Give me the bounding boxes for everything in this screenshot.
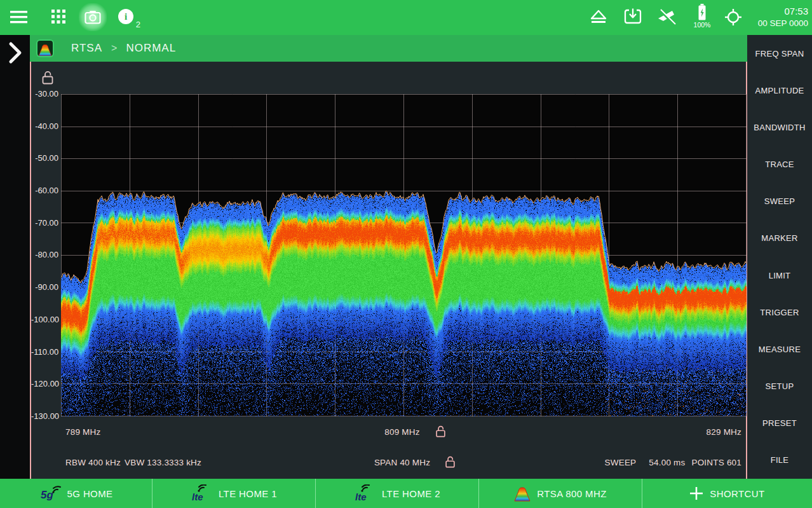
screenshot-button[interactable] <box>79 3 107 31</box>
y-axis-tick-label: -100.00 <box>31 315 58 325</box>
lte-logo-icon: lte <box>354 484 376 502</box>
gps-icon <box>724 8 742 26</box>
apps-grid-icon <box>51 9 66 24</box>
svg-text:5g: 5g <box>41 489 53 501</box>
sidebar-menu-item[interactable]: SETUP <box>747 368 812 405</box>
left-collapse-strip <box>0 35 30 479</box>
span-lock-button[interactable] <box>445 455 456 469</box>
vbw-readout: VBW 133.3333 kHz <box>125 458 201 467</box>
plus-icon <box>689 486 703 500</box>
menu-icon <box>9 8 29 26</box>
eject-button[interactable] <box>590 10 607 25</box>
menu-button[interactable] <box>9 8 29 26</box>
app-shortcut-bar: 5g 5G HOME lte LTE HOME 1 lte LTE HOME 2 <box>0 479 812 508</box>
unlock-icon <box>445 455 456 469</box>
sidebar-menu-item[interactable]: PRESET <box>747 405 812 442</box>
svg-text:lte: lte <box>355 491 367 502</box>
app-lte-home-2[interactable]: lte LTE HOME 2 <box>316 479 479 508</box>
unlock-icon <box>41 70 54 85</box>
stop-frequency-label: 829 MHz <box>653 427 741 437</box>
app-label: LTE HOME 2 <box>382 488 440 499</box>
wireless-off-icon <box>657 9 676 25</box>
y-axis-tick-label: -90.00 <box>31 282 58 292</box>
camera-icon <box>85 10 101 24</box>
right-menu: FREQ SPAN AMPLITUDE BANDWIDTH TRACE SWEE… <box>747 35 812 479</box>
amplitude-lock-button[interactable] <box>41 70 54 85</box>
rbw-readout: RBW 400 kHz <box>65 458 121 467</box>
sidebar-menu-item[interactable]: AMPLITUDE <box>747 72 812 109</box>
svg-text:lte: lte <box>192 491 203 502</box>
save-button[interactable] <box>624 8 642 25</box>
sidebar-menu-item[interactable]: SWEEP <box>747 183 812 220</box>
sweep-readout: SWEEP 54.00 ms POINTS 601 <box>551 458 741 467</box>
info-icon: i <box>118 9 133 24</box>
5g-logo-icon: 5g <box>39 485 61 502</box>
rtsa-spectrum-icon <box>514 485 531 502</box>
sweep-label: SWEEP <box>605 458 637 467</box>
battery-percent-label: 100% <box>694 21 711 29</box>
battery-status[interactable]: 100% <box>690 4 714 29</box>
breadcrumb: RTSA > NORMAL <box>30 35 747 62</box>
y-axis-tick-label: -40.00 <box>31 121 58 132</box>
battery-icon <box>698 4 707 20</box>
app-5g-home[interactable]: 5g 5G HOME <box>0 479 152 508</box>
sidebar-menu-item[interactable]: LIMIT <box>747 257 812 294</box>
app-lte-home-1[interactable]: lte LTE HOME 1 <box>152 479 316 508</box>
app-label: 5G HOME <box>67 488 113 499</box>
sidebar-menu-item[interactable]: TRIGGER <box>747 294 812 331</box>
save-icon <box>624 8 642 25</box>
y-axis-tick-label: -120.00 <box>31 379 58 389</box>
breadcrumb-mode[interactable]: NORMAL <box>126 42 176 55</box>
eject-icon <box>590 10 607 25</box>
info-count-badge: 2 <box>136 20 140 29</box>
wireless-off-button[interactable] <box>657 9 676 25</box>
center-freq-lock-button[interactable] <box>435 425 446 438</box>
sidebar-menu-item[interactable]: FREQ SPAN <box>747 35 812 72</box>
chevron-right-icon <box>4 40 25 65</box>
start-frequency-label: 789 MHz <box>65 427 100 437</box>
expand-panel-button[interactable] <box>4 40 25 65</box>
sweep-value: 54.00 ms <box>649 458 685 467</box>
y-axis-tick-label: -60.00 <box>31 186 58 196</box>
sidebar-menu-item[interactable]: MEASURE <box>747 331 812 367</box>
y-axis-tick-label: -110.00 <box>31 347 58 357</box>
points-readout: POINTS 601 <box>691 458 741 467</box>
y-axis-tick-label: -30.00 <box>31 89 58 99</box>
app-label: SHORTCUT <box>710 488 764 499</box>
y-axis-labels: -30.00-40.00-50.00-60.00-70.00-80.00-90.… <box>31 89 58 422</box>
sidebar-menu-item[interactable]: MARKER <box>747 220 812 257</box>
app-rtsa-800[interactable]: RTSA 800 MHZ <box>479 479 642 508</box>
measurement-panel: -30.00-40.00-50.00-60.00-70.00-80.00-90.… <box>30 62 747 479</box>
breadcrumb-app[interactable]: RTSA <box>71 42 102 55</box>
y-axis-tick-label: -130.00 <box>31 411 58 422</box>
lte-logo-icon: lte <box>191 484 212 502</box>
unlock-icon <box>435 425 446 438</box>
gps-button[interactable] <box>724 8 742 26</box>
y-axis-tick-label: -80.00 <box>31 250 58 260</box>
breadcrumb-separator: > <box>111 43 117 54</box>
span-readout: SPAN 40 MHz <box>351 458 453 467</box>
rtsa-app-button[interactable] <box>36 39 54 57</box>
app-label: LTE HOME 1 <box>219 488 277 499</box>
app-add-shortcut[interactable]: SHORTCUT <box>642 479 812 508</box>
info-button[interactable]: i 2 <box>118 9 133 24</box>
app-label: RTSA 800 MHZ <box>537 488 607 499</box>
top-status-bar: i 2 100% <box>0 0 812 35</box>
sidebar-menu-item[interactable]: BANDWIDTH <box>747 109 812 146</box>
clock: 07:53 00 SEP 0000 <box>758 5 808 29</box>
time-label: 07:53 <box>758 5 808 18</box>
spectrum-persistence-display[interactable] <box>61 94 747 416</box>
y-axis-tick-label: -50.00 <box>31 153 58 163</box>
sidebar-menu-item[interactable]: TRACE <box>747 146 812 183</box>
sidebar-menu-item[interactable]: FILE <box>747 442 812 479</box>
date-label: 00 SEP 0000 <box>758 18 808 29</box>
apps-button[interactable] <box>51 9 66 24</box>
rtsa-spectrum-icon <box>37 41 53 56</box>
y-axis-tick-label: -70.00 <box>31 218 58 228</box>
